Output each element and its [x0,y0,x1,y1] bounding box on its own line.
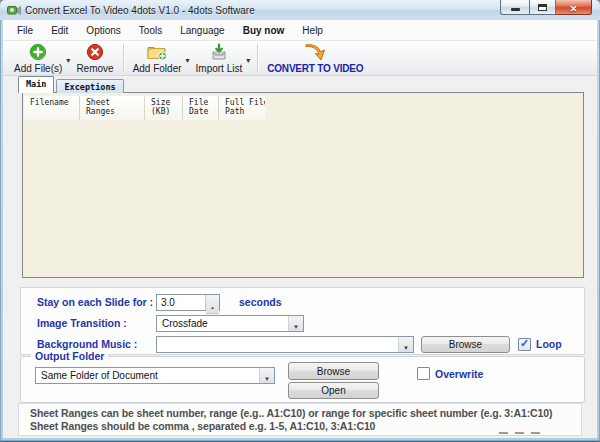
slide-duration-spinner [205,295,219,310]
spin-up-button[interactable] [206,295,219,314]
add-circle-icon [29,43,47,62]
menu-buy-now[interactable]: Buy now [234,22,294,39]
settings-panel: Stay on each Slide for : 3.0 seconds Ima… [20,287,585,355]
add-files-label: Add File(s) [14,63,62,74]
tab-exceptions[interactable]: Exceptions [56,79,123,93]
overwrite-checkbox[interactable] [417,367,430,380]
combo-arrow-button[interactable] [259,368,274,383]
convert-to-video-label: CONVERT TO VIDEO [267,63,363,74]
tab-strip: Main Exceptions [18,76,126,93]
output-folder-group: Output Folder Same Folder of Document Br… [20,356,585,403]
output-folder-value: Same Folder of Document [36,368,259,383]
output-folder-title: Output Folder [31,350,108,362]
column-label: Size [151,98,182,107]
background-music-value [157,337,398,352]
minimize-icon [511,8,520,11]
music-browse-button[interactable]: Browse [421,336,510,353]
file-list[interactable]: Filename Sheet Ranges Size (KB) File Dat… [22,92,584,278]
tab-main[interactable]: Main [18,76,54,93]
clipped-status-text [499,432,540,434]
slide-duration-input[interactable]: 3.0 [156,294,220,311]
image-transition-label: Image Transition : [37,317,127,329]
column-label: Path [225,107,265,116]
minimize-button[interactable] [500,0,529,15]
slide-duration-value: 3.0 [157,295,205,310]
column-header-file-date[interactable]: File Date [183,96,219,120]
client-area: File Edit Options Tools Language Buy now… [3,20,597,438]
background-music-input[interactable] [156,336,414,353]
column-header-filename[interactable]: Filename [24,96,80,120]
menu-help[interactable]: Help [293,22,332,39]
menu-bar: File Edit Options Tools Language Buy now… [3,20,597,40]
hint-line-2: Sheet Ranges should be comma , separated… [30,420,375,432]
image-transition-value: Crossfade [157,316,288,331]
import-list-button[interactable]: Import List [192,41,247,75]
chevron-down-icon [264,367,270,385]
column-label: Filename [30,98,79,107]
slide-duration-label: Stay on each Slide for : [37,296,153,308]
open-label: Open [321,385,345,396]
chevron-down-icon [403,336,409,354]
menu-file[interactable]: File [8,22,42,39]
add-files-button[interactable]: Add File(s) [10,41,66,75]
titlebar[interactable]: Convert Excel To Video 4dots V1.0 - 4dot… [0,0,600,20]
column-label: Date [189,107,218,116]
column-header-full-file-path[interactable]: Full File Path [219,96,265,120]
slide-duration-row: Stay on each Slide for : 3.0 seconds [21,294,584,312]
combo-arrow-button[interactable] [398,337,413,352]
toolbar: Add File(s) Remove [3,40,597,76]
menu-tools[interactable]: Tools [130,22,171,39]
menu-options[interactable]: Options [77,22,129,39]
column-header-sheet-ranges[interactable]: Sheet Ranges [80,96,145,120]
app-window: Convert Excel To Video 4dots V1.0 - 4dot… [0,0,600,442]
column-header-size-kb[interactable]: Size (KB) [145,96,183,120]
app-icon [7,3,21,17]
add-folder-label: Add Folder [133,63,182,74]
chevron-down-icon [66,49,70,67]
import-list-dropdown-caret[interactable] [246,41,252,75]
output-folder-select[interactable]: Same Folder of Document [35,367,275,384]
chevron-down-icon [293,315,299,333]
folder-add-icon [147,43,167,62]
column-label: Ranges [86,107,144,116]
seconds-label: seconds [239,296,282,308]
hints-panel: Sheet Ranges can be sheet number, range … [18,403,582,436]
output-browse-button[interactable]: Browse [288,362,379,380]
column-label: (KB) [151,107,182,116]
image-transition-select[interactable]: Crossfade [156,315,304,332]
column-label: File [189,98,218,107]
close-icon [570,0,578,16]
remove-button[interactable]: Remove [72,41,117,75]
remove-label: Remove [76,63,113,74]
arrow-up-icon [210,295,214,313]
remove-circle-icon [86,43,104,62]
chevron-down-icon [186,49,190,67]
import-list-label: Import List [196,63,243,74]
maximize-icon [538,4,547,11]
toolbar-separator [257,44,258,72]
hint-line-1: Sheet Ranges can be sheet number, range … [30,407,552,419]
menu-edit[interactable]: Edit [42,22,77,39]
browse-label: Browse [317,366,350,377]
convert-arrow-icon [303,43,327,62]
image-transition-row: Image Transition : Crossfade [21,315,584,333]
menu-language[interactable]: Language [171,22,234,39]
column-label: Full File [225,98,265,107]
add-folder-button[interactable]: Add Folder [129,41,186,75]
convert-to-video-button[interactable]: CONVERT TO VIDEO [263,41,367,75]
maximize-button[interactable] [529,0,556,15]
output-open-button[interactable]: Open [288,382,379,399]
window-controls [500,0,592,15]
background-music-label: Background Music : [37,338,137,350]
column-label: Sheet [86,98,144,107]
toolbar-separator [123,44,124,72]
combo-arrow-button[interactable] [288,316,303,331]
file-list-header: Filename Sheet Ranges Size (KB) File Dat… [24,96,265,120]
import-list-icon [210,43,228,62]
window-title: Convert Excel To Video 4dots V1.0 - 4dot… [25,5,255,16]
overwrite-label: Overwrite [435,368,483,380]
loop-checkbox[interactable] [518,338,531,351]
loop-label: Loop [536,338,562,350]
chevron-down-icon [246,49,250,67]
close-button[interactable] [556,0,592,15]
